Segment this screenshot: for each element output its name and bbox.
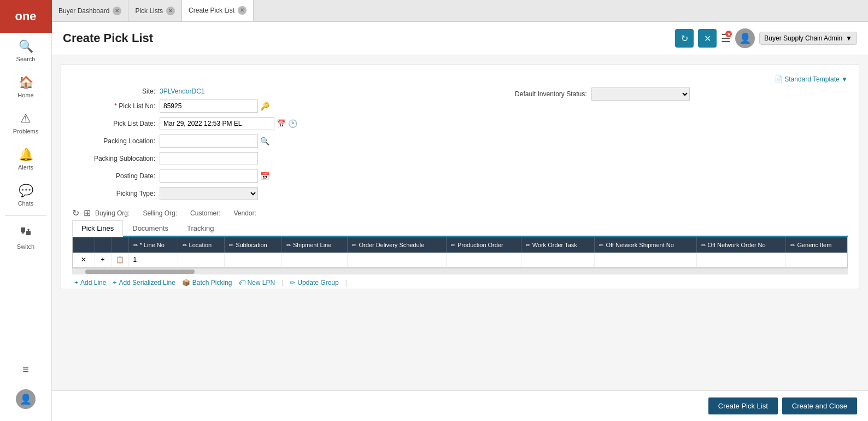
row-location[interactable] bbox=[178, 253, 225, 267]
tab-close-create-pick-list[interactable]: ✕ bbox=[238, 6, 247, 15]
tab-documents[interactable]: Documents bbox=[123, 220, 178, 236]
site-label: Site: bbox=[72, 87, 160, 95]
posting-date-input[interactable] bbox=[160, 169, 258, 183]
pick-list-date-calendar-button[interactable]: 📅 bbox=[277, 119, 286, 128]
template-link[interactable]: 📄 Standard Template ▼ bbox=[72, 73, 848, 87]
col-sublocation-edit-icon: ✏ bbox=[229, 242, 233, 248]
default-inventory-status-label: Default Inventory Status: bbox=[471, 90, 591, 98]
tab-pick-lines[interactable]: Pick Lines bbox=[72, 220, 123, 237]
row-line-no[interactable]: 1 bbox=[128, 253, 178, 267]
new-lpn-link[interactable]: 🏷 New LPN bbox=[239, 279, 275, 286]
create-and-close-button[interactable]: Create and Close bbox=[782, 397, 857, 414]
col-gi-edit-icon: ✏ bbox=[790, 242, 795, 248]
vendor-filter: Vendor: bbox=[233, 209, 258, 217]
tab-buyer-dashboard[interactable]: Buyer Dashboard ✕ bbox=[52, 0, 128, 21]
col-line-no-label: * Line No bbox=[140, 242, 165, 248]
close-page-button[interactable]: ✕ bbox=[698, 29, 717, 48]
refresh-button[interactable]: ↻ bbox=[675, 29, 694, 48]
add-serialized-line-link[interactable]: + Add Serialized Line bbox=[113, 279, 175, 286]
main-area: Buyer Dashboard ✕ Pick Lists ✕ Create Pi… bbox=[52, 0, 868, 421]
row-work-order-task[interactable] bbox=[521, 253, 595, 267]
col-location-label: Location bbox=[189, 242, 212, 248]
col-controls bbox=[73, 237, 95, 253]
update-group-icon: ✏ bbox=[290, 279, 295, 286]
menu-icon: ≡ bbox=[22, 364, 29, 376]
batch-picking-link[interactable]: 📦 Batch Picking bbox=[182, 279, 232, 286]
tab-pick-lists[interactable]: Pick Lists ✕ bbox=[128, 0, 182, 21]
col-add bbox=[95, 237, 111, 253]
create-pick-list-button[interactable]: Create Pick List bbox=[708, 397, 778, 414]
sidebar-item-user-avatar-bottom[interactable]: 👤 bbox=[16, 383, 36, 416]
packing-location-search-button[interactable]: 🔍 bbox=[260, 137, 269, 145]
template-arrow: ▼ bbox=[841, 75, 848, 83]
buying-org-filter: Buying Org: bbox=[95, 209, 132, 217]
add-serialized-line-label: Add Serialized Line bbox=[119, 279, 175, 286]
sidebar-item-label: Switch bbox=[17, 243, 34, 250]
row-sublocation[interactable] bbox=[225, 253, 282, 267]
col-off-network-order-no[interactable]: ✏ Off Network Order No bbox=[696, 237, 786, 253]
col-shipment-line[interactable]: ✏ Shipment Line bbox=[282, 237, 348, 253]
col-location[interactable]: ✏ Location bbox=[178, 237, 225, 253]
user-dropdown[interactable]: Buyer Supply Chain Admin ▼ bbox=[759, 32, 857, 45]
row-off-network-order-no[interactable] bbox=[696, 253, 786, 267]
row-shipment-line[interactable] bbox=[282, 253, 348, 267]
pick-list-no-input[interactable] bbox=[160, 100, 258, 113]
horizontal-scrollbar[interactable] bbox=[72, 268, 848, 274]
app-logo[interactable]: one bbox=[0, 0, 52, 33]
tab-tracking[interactable]: Tracking bbox=[178, 220, 223, 236]
row-add[interactable]: + bbox=[95, 253, 111, 267]
col-line-no[interactable]: ✏ * Line No bbox=[128, 237, 178, 253]
col-work-order-task[interactable]: ✏ Work Order Task bbox=[521, 237, 595, 253]
tab-close-pick-lists[interactable]: ✕ bbox=[166, 7, 175, 15]
tab-label: Pick Lists bbox=[135, 7, 163, 15]
sidebar-item-home[interactable]: 🏠 Home bbox=[0, 69, 51, 105]
sidebar-item-search[interactable]: 🔍 Search bbox=[0, 33, 51, 69]
bell-icon: 🔔 bbox=[19, 148, 33, 162]
update-group-link[interactable]: ✏ Update Group bbox=[290, 279, 338, 286]
tab-tracking-label: Tracking bbox=[187, 224, 214, 232]
tab-create-pick-list[interactable]: Create Pick List ✕ bbox=[182, 0, 254, 21]
menu-button[interactable]: ☰ ★ bbox=[721, 32, 731, 45]
packing-location-input[interactable] bbox=[160, 135, 258, 148]
row-delete[interactable]: ✕ bbox=[73, 253, 95, 267]
grid-refresh-button[interactable]: ↻ bbox=[72, 208, 79, 218]
add-line-link[interactable]: + Add Line bbox=[74, 279, 106, 286]
selling-org-label: Selling Org: bbox=[143, 209, 177, 217]
posting-date-calendar-button[interactable]: 📅 bbox=[260, 172, 269, 180]
col-onon-label: Off Network Order No bbox=[708, 242, 766, 248]
row-copy[interactable]: 📋 bbox=[111, 253, 128, 267]
pick-list-date-input[interactable] bbox=[160, 117, 274, 130]
grid-view-button[interactable]: ⊞ bbox=[84, 208, 91, 218]
inner-tabs: Pick Lines Documents Tracking bbox=[72, 220, 848, 237]
action-separator-2: | bbox=[345, 279, 347, 286]
col-off-network-shipment-no[interactable]: ✏ Off Network Shipment No bbox=[595, 237, 696, 253]
pick-list-date-time-button[interactable]: 🕐 bbox=[288, 119, 297, 128]
row-order-delivery-schedule[interactable] bbox=[348, 253, 446, 267]
menu-badge: ★ bbox=[725, 31, 732, 37]
template-label: Standard Template bbox=[784, 75, 840, 83]
scroll-thumb[interactable] bbox=[85, 270, 195, 274]
row-generic-item[interactable] bbox=[786, 253, 847, 267]
pick-list-no-search-button[interactable]: 🔑 bbox=[260, 102, 269, 110]
col-production-order[interactable]: ✏ Production Order bbox=[446, 237, 521, 253]
row-production-order[interactable] bbox=[446, 253, 521, 267]
site-value[interactable]: 3PLVendorDC1 bbox=[160, 87, 205, 95]
sidebar-item-problems[interactable]: ⚠ Problems bbox=[0, 105, 51, 141]
row-off-network-shipment-no[interactable] bbox=[595, 253, 696, 267]
sidebar-item-alerts[interactable]: 🔔 Alerts bbox=[0, 141, 51, 177]
col-sublocation[interactable]: ✏ Sublocation bbox=[225, 237, 282, 253]
sidebar-item-chats[interactable]: 💬 Chats bbox=[0, 177, 51, 213]
customer-filter: Customer: bbox=[190, 209, 222, 217]
sidebar-item-menu[interactable]: ≡ bbox=[16, 357, 36, 383]
sidebar-item-switch[interactable]: Switch bbox=[0, 218, 51, 256]
default-inventory-status-select[interactable] bbox=[591, 87, 690, 101]
packing-sublocation-input[interactable] bbox=[160, 152, 258, 165]
content-area: 📄 Standard Template ▼ Site: 3PLVendorDC1… bbox=[52, 55, 868, 390]
page-footer: Create Pick List Create and Close bbox=[52, 390, 868, 421]
col-gi-label: Generic Item bbox=[797, 242, 831, 248]
picking-type-select[interactable] bbox=[160, 187, 258, 200]
form-fields: Site: 3PLVendorDC1 * Pick List No: 🔑 Pic… bbox=[72, 87, 848, 204]
tab-close-buyer-dashboard[interactable]: ✕ bbox=[113, 7, 121, 15]
col-generic-item[interactable]: ✏ Generic Item bbox=[786, 237, 847, 253]
col-order-delivery-schedule[interactable]: ✏ Order Delivery Schedule bbox=[348, 237, 446, 253]
